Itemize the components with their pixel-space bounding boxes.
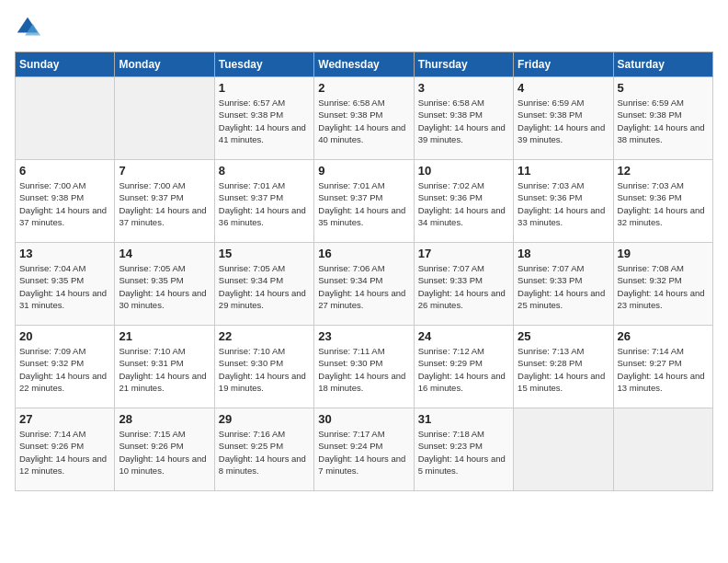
column-header-sunday: Sunday [16, 52, 115, 77]
calendar-cell: 2Sunrise: 6:58 AM Sunset: 9:38 PM Daylig… [314, 77, 414, 160]
day-number: 18 [518, 247, 609, 260]
day-detail: Sunrise: 7:17 AM Sunset: 9:24 PM Dayligh… [318, 428, 409, 477]
day-detail: Sunrise: 7:00 AM Sunset: 9:38 PM Dayligh… [19, 179, 110, 228]
day-number: 2 [318, 81, 409, 95]
calendar-cell: 31Sunrise: 7:18 AM Sunset: 9:23 PM Dayli… [414, 408, 513, 491]
calendar-cell: 20Sunrise: 7:09 AM Sunset: 9:32 PM Dayli… [16, 326, 115, 408]
day-detail: Sunrise: 7:14 AM Sunset: 9:26 PM Dayligh… [19, 428, 110, 477]
day-detail: Sunrise: 7:14 AM Sunset: 9:27 PM Dayligh… [618, 345, 709, 394]
day-detail: Sunrise: 7:04 AM Sunset: 9:35 PM Dayligh… [19, 262, 110, 311]
page-header [15, 15, 713, 40]
day-number: 31 [418, 412, 509, 426]
day-number: 28 [119, 412, 210, 426]
calendar-week-row: 6Sunrise: 7:00 AM Sunset: 9:38 PM Daylig… [16, 160, 713, 243]
calendar-cell: 15Sunrise: 7:05 AM Sunset: 9:34 PM Dayli… [214, 243, 313, 326]
calendar-cell: 11Sunrise: 7:03 AM Sunset: 9:36 PM Dayli… [514, 160, 613, 243]
calendar-cell: 3Sunrise: 6:58 AM Sunset: 9:38 PM Daylig… [414, 77, 513, 160]
day-detail: Sunrise: 7:15 AM Sunset: 9:26 PM Dayligh… [119, 428, 210, 477]
day-detail: Sunrise: 7:12 AM Sunset: 9:29 PM Dayligh… [418, 345, 509, 394]
calendar-cell: 9Sunrise: 7:01 AM Sunset: 9:37 PM Daylig… [314, 160, 414, 243]
day-number: 21 [119, 329, 210, 343]
day-number: 20 [19, 329, 110, 343]
day-detail: Sunrise: 7:18 AM Sunset: 9:23 PM Dayligh… [418, 428, 509, 477]
column-header-thursday: Thursday [414, 52, 513, 77]
calendar-cell [514, 408, 613, 491]
calendar-cell: 14Sunrise: 7:05 AM Sunset: 9:35 PM Dayli… [115, 243, 214, 326]
calendar-cell: 25Sunrise: 7:13 AM Sunset: 9:28 PM Dayli… [514, 326, 613, 408]
day-number: 15 [219, 247, 310, 260]
day-detail: Sunrise: 7:02 AM Sunset: 9:36 PM Dayligh… [418, 179, 509, 228]
calendar-cell: 21Sunrise: 7:10 AM Sunset: 9:31 PM Dayli… [115, 326, 214, 408]
calendar-cell: 17Sunrise: 7:07 AM Sunset: 9:33 PM Dayli… [414, 243, 513, 326]
logo-icon [15, 15, 40, 40]
calendar-cell: 16Sunrise: 7:06 AM Sunset: 9:34 PM Dayli… [314, 243, 414, 326]
day-number: 26 [618, 329, 709, 343]
day-detail: Sunrise: 7:07 AM Sunset: 9:33 PM Dayligh… [518, 262, 609, 311]
calendar-week-row: 13Sunrise: 7:04 AM Sunset: 9:35 PM Dayli… [16, 243, 713, 326]
day-number: 24 [418, 329, 509, 343]
day-number: 16 [318, 247, 409, 260]
column-header-tuesday: Tuesday [214, 52, 313, 77]
calendar-cell: 7Sunrise: 7:00 AM Sunset: 9:37 PM Daylig… [115, 160, 214, 243]
day-detail: Sunrise: 7:07 AM Sunset: 9:33 PM Dayligh… [418, 262, 509, 311]
calendar-cell: 8Sunrise: 7:01 AM Sunset: 9:37 PM Daylig… [214, 160, 313, 243]
calendar-cell: 23Sunrise: 7:11 AM Sunset: 9:30 PM Dayli… [314, 326, 414, 408]
calendar-cell [613, 408, 712, 491]
day-detail: Sunrise: 6:59 AM Sunset: 9:38 PM Dayligh… [518, 97, 609, 145]
day-number: 25 [518, 329, 609, 343]
day-number: 12 [618, 164, 709, 178]
calendar-cell [16, 77, 115, 160]
day-number: 13 [19, 247, 110, 260]
calendar-cell: 10Sunrise: 7:02 AM Sunset: 9:36 PM Dayli… [414, 160, 513, 243]
day-number: 29 [219, 412, 310, 426]
column-header-monday: Monday [115, 52, 214, 77]
day-number: 6 [19, 164, 110, 178]
day-detail: Sunrise: 7:03 AM Sunset: 9:36 PM Dayligh… [518, 179, 609, 228]
calendar-cell: 18Sunrise: 7:07 AM Sunset: 9:33 PM Dayli… [514, 243, 613, 326]
day-number: 4 [518, 81, 609, 95]
day-detail: Sunrise: 7:05 AM Sunset: 9:34 PM Dayligh… [219, 262, 310, 311]
day-detail: Sunrise: 6:57 AM Sunset: 9:38 PM Dayligh… [219, 97, 310, 145]
calendar-week-row: 27Sunrise: 7:14 AM Sunset: 9:26 PM Dayli… [16, 408, 713, 491]
calendar-cell [115, 77, 214, 160]
day-detail: Sunrise: 7:11 AM Sunset: 9:30 PM Dayligh… [318, 345, 409, 394]
calendar-cell: 19Sunrise: 7:08 AM Sunset: 9:32 PM Dayli… [613, 243, 712, 326]
day-detail: Sunrise: 7:08 AM Sunset: 9:32 PM Dayligh… [618, 262, 709, 311]
day-detail: Sunrise: 6:59 AM Sunset: 9:38 PM Dayligh… [618, 97, 709, 145]
day-detail: Sunrise: 7:01 AM Sunset: 9:37 PM Dayligh… [219, 179, 310, 228]
calendar-cell: 24Sunrise: 7:12 AM Sunset: 9:29 PM Dayli… [414, 326, 513, 408]
day-detail: Sunrise: 7:06 AM Sunset: 9:34 PM Dayligh… [318, 262, 409, 311]
day-detail: Sunrise: 7:03 AM Sunset: 9:36 PM Dayligh… [618, 179, 709, 228]
calendar-week-row: 20Sunrise: 7:09 AM Sunset: 9:32 PM Dayli… [16, 326, 713, 408]
day-detail: Sunrise: 6:58 AM Sunset: 9:38 PM Dayligh… [318, 97, 409, 145]
calendar-cell: 12Sunrise: 7:03 AM Sunset: 9:36 PM Dayli… [613, 160, 712, 243]
column-header-friday: Friday [514, 52, 613, 77]
calendar-cell: 26Sunrise: 7:14 AM Sunset: 9:27 PM Dayli… [613, 326, 712, 408]
day-number: 27 [19, 412, 110, 426]
day-detail: Sunrise: 7:10 AM Sunset: 9:30 PM Dayligh… [219, 345, 310, 394]
day-number: 7 [119, 164, 210, 178]
calendar-cell: 29Sunrise: 7:16 AM Sunset: 9:25 PM Dayli… [214, 408, 313, 491]
calendar-cell: 6Sunrise: 7:00 AM Sunset: 9:38 PM Daylig… [16, 160, 115, 243]
day-number: 17 [418, 247, 509, 260]
calendar-cell: 28Sunrise: 7:15 AM Sunset: 9:26 PM Dayli… [115, 408, 214, 491]
day-detail: Sunrise: 7:05 AM Sunset: 9:35 PM Dayligh… [119, 262, 210, 311]
column-header-wednesday: Wednesday [314, 52, 414, 77]
day-number: 30 [318, 412, 409, 426]
logo [15, 15, 44, 40]
day-number: 3 [418, 81, 509, 95]
day-number: 8 [219, 164, 310, 178]
day-detail: Sunrise: 7:00 AM Sunset: 9:37 PM Dayligh… [119, 179, 210, 228]
calendar-week-row: 1Sunrise: 6:57 AM Sunset: 9:38 PM Daylig… [16, 77, 713, 160]
calendar-cell: 27Sunrise: 7:14 AM Sunset: 9:26 PM Dayli… [16, 408, 115, 491]
calendar-table: SundayMondayTuesdayWednesdayThursdayFrid… [15, 52, 713, 491]
day-detail: Sunrise: 6:58 AM Sunset: 9:38 PM Dayligh… [418, 97, 509, 145]
calendar-cell: 30Sunrise: 7:17 AM Sunset: 9:24 PM Dayli… [314, 408, 414, 491]
day-number: 14 [119, 247, 210, 260]
day-number: 22 [219, 329, 310, 343]
column-header-saturday: Saturday [613, 52, 712, 77]
calendar-cell: 13Sunrise: 7:04 AM Sunset: 9:35 PM Dayli… [16, 243, 115, 326]
day-number: 23 [318, 329, 409, 343]
day-detail: Sunrise: 7:01 AM Sunset: 9:37 PM Dayligh… [318, 179, 409, 228]
day-detail: Sunrise: 7:10 AM Sunset: 9:31 PM Dayligh… [119, 345, 210, 394]
